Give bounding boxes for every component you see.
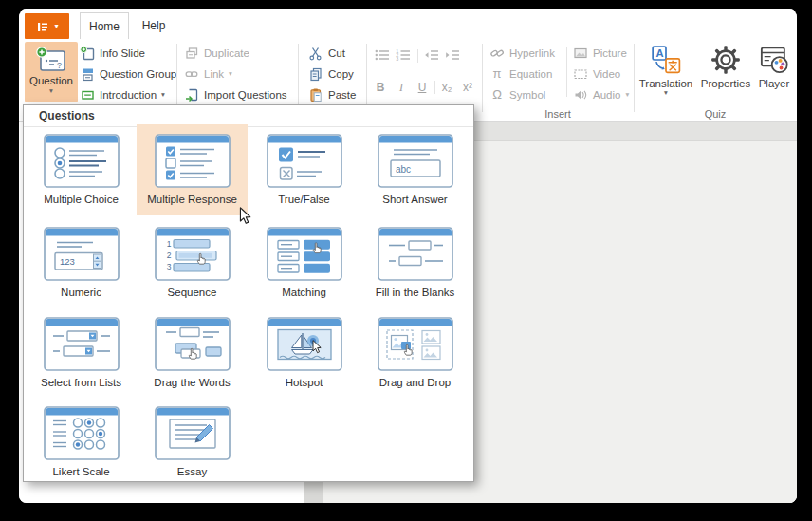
question-type-drag-and-drop[interactable]: Drag and Drop [360,307,471,399]
svg-text:abc: abc [396,164,411,175]
symbol-icon: Ω [489,87,505,102]
question-type-hotspot[interactable]: Hotspot [249,307,360,399]
select-from-lists-art [44,317,120,371]
separator [176,44,177,112]
equation-button[interactable]: π Equation [489,65,552,83]
cut-icon [308,46,323,61]
import-questions-icon [184,87,199,102]
cut-button[interactable]: Cut [308,45,345,62]
question-type-likert-scale[interactable]: Likert Scale [26,397,137,488]
svg-text:3: 3 [166,262,171,271]
player-button[interactable]: Player [753,41,795,109]
svg-text:A: A [656,47,664,59]
paste-button[interactable]: Paste [308,86,356,103]
numbered-list-icon[interactable]: 123 [395,47,412,63]
separator [298,44,299,112]
import-questions-button[interactable]: Import Questions [184,86,287,103]
player-icon [760,45,788,75]
hyperlink-icon [489,46,505,61]
question-type-drag-the-words[interactable]: Drag the Words [137,307,248,399]
question-type-sequence[interactable]: 1 2 3 Sequence [137,217,248,308]
audio-icon [573,87,588,102]
translation-button[interactable]: A Translation ▾ [636,41,696,109]
question-type-fill-in-the-blanks[interactable]: Fill in the Blanks [360,217,471,308]
app-menu-icon [35,19,50,34]
caret-down-icon: ▾ [49,87,53,95]
separator [434,81,435,94]
essay-art [155,406,231,460]
drag-and-drop-art [378,317,453,371]
tab-help[interactable]: Help [129,12,178,39]
italic-button[interactable]: I [393,79,410,96]
introduction-icon [80,87,95,102]
info-slide-icon [80,46,95,61]
mouse-cursor [239,207,251,225]
audio-button[interactable]: Audio ▾ [573,86,629,103]
svg-text:?: ? [57,61,62,70]
duplicate-button[interactable]: Duplicate [184,45,249,62]
insert-group-label: Insert [482,108,634,120]
duplicate-icon [184,46,199,61]
likert-scale-art [44,406,120,460]
outdent-icon[interactable] [423,47,440,63]
question-type-numeric[interactable]: 123 Numeric [26,217,137,308]
question-type-multiple-response[interactable]: Multiple Response [137,124,248,215]
paste-icon [308,87,323,102]
question-type-select-from-lists[interactable]: Select from Lists [26,307,137,399]
svg-text:1: 1 [166,239,171,249]
hyperlink-button[interactable]: Hyperlink [489,45,555,62]
superscript-button[interactable]: x² [459,79,476,96]
tab-home[interactable]: Home [80,12,129,39]
app-menu-button[interactable]: ▾ [25,13,69,39]
copy-button[interactable]: Copy [308,65,354,83]
info-slide-button[interactable]: Info Slide [80,45,145,62]
bold-button[interactable]: B [372,79,389,96]
copy-icon [308,66,323,82]
hotspot-art [267,317,342,371]
svg-text:2: 2 [166,251,171,260]
numeric-art: 123 [44,227,120,281]
properties-button[interactable]: Properties [698,41,753,109]
indent-icon[interactable] [444,47,461,63]
equation-icon: π [489,66,505,82]
link-icon [184,66,199,82]
sequence-art: 1 2 3 [155,227,231,281]
caret-down-icon: ▾ [229,70,232,78]
svg-text:123: 123 [60,256,75,267]
question-group-button[interactable]: Question Group [80,65,176,83]
underline-button[interactable]: U [414,79,431,96]
quiz-group-label: Quiz [634,108,797,120]
questions-dropdown: Questions Multiple Choice [23,104,474,482]
caret-down-icon: ▾ [664,89,668,97]
picture-button[interactable]: Picture [573,45,627,62]
separator [634,44,635,112]
question-button-label: Question [29,75,73,86]
question-icon: ? [35,46,67,74]
video-icon [573,66,588,82]
link-button[interactable]: Link ▾ [184,65,232,83]
screen: ▾ Home Help ? Question ▾ [0,0,812,521]
separator [482,44,483,112]
dropdown-title: Questions [39,109,95,122]
caret-down-icon: ▾ [161,91,165,99]
app-window: ▾ Home Help ? Question ▾ [19,9,797,503]
question-type-true-false[interactable]: True/False [249,124,360,215]
bullet-list-icon[interactable] [374,47,391,63]
video-button[interactable]: Video [573,65,620,83]
multiple-response-art [155,134,231,188]
introduction-button[interactable]: Introduction ▾ [80,86,165,103]
question-type-short-answer[interactable]: abc Short Answer [360,124,471,215]
question-type-matching[interactable]: Matching [249,217,360,308]
question-type-essay[interactable]: Essay [137,397,248,488]
symbol-button[interactable]: Ω Symbol [489,86,545,103]
question-button[interactable]: ? Question ▾ [25,42,78,102]
question-type-multiple-choice[interactable]: Multiple Choice [26,124,137,215]
caret-down-icon: ▾ [54,23,58,30]
short-answer-art: abc [378,134,453,188]
translation-icon: A [651,45,681,75]
separator [566,47,567,97]
titlebar: ▾ Home Help [19,9,797,39]
gear-icon [710,45,741,75]
subscript-button[interactable]: x₂ [438,79,455,96]
separator [366,44,367,112]
